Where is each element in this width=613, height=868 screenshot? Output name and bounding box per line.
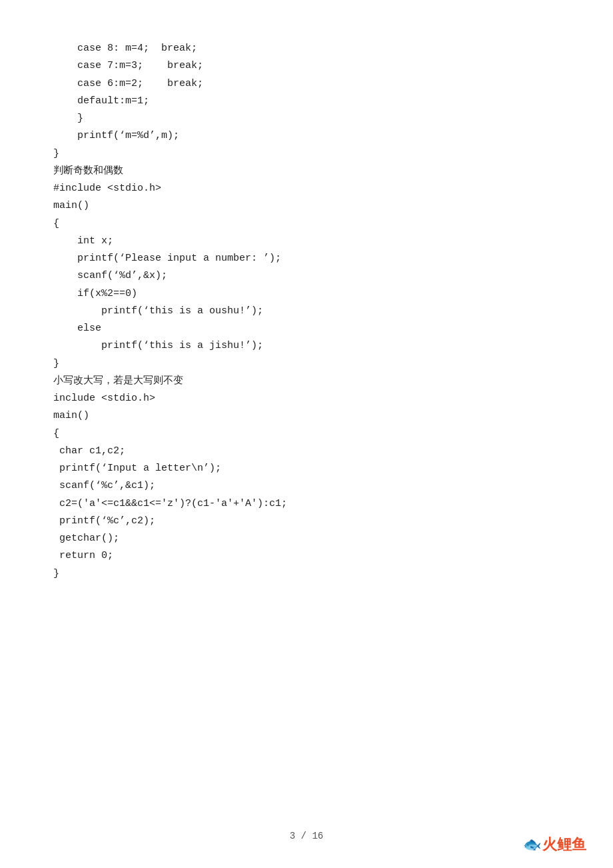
brand-logo: 🐟火鲤鱼 xyxy=(523,835,586,855)
pagination: 3 / 16 xyxy=(290,831,323,841)
code-display: case 8: m=4; break; case 7:m=3; break; c… xyxy=(53,40,560,583)
page-content: case 8: m=4; break; case 7:m=3; break; c… xyxy=(0,0,613,636)
fish-icon: 🐟 xyxy=(523,836,541,853)
page-footer: 3 / 16 xyxy=(0,831,613,841)
